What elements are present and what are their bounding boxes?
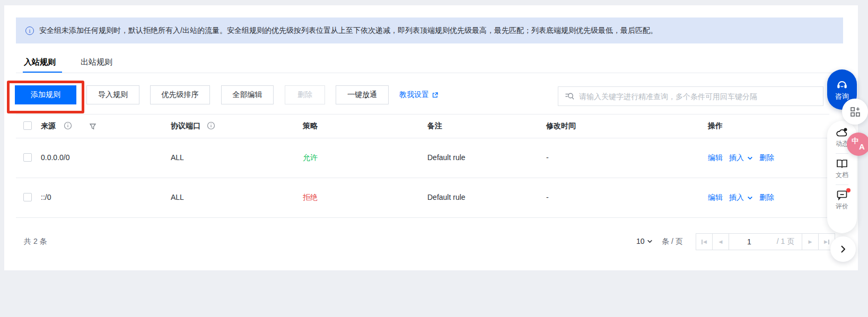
cloud-dynamic-icon (836, 127, 848, 138)
feedback-label: 评价 (836, 202, 848, 211)
pagination-prev-button[interactable]: ◀ (712, 233, 729, 250)
header-bottom-border (16, 138, 829, 138)
chevron-right-icon (839, 245, 847, 253)
translate-zh-glyph: 中 (852, 136, 858, 146)
cell-remark: Default rule (427, 138, 466, 178)
external-link-icon (432, 92, 439, 99)
teach-me-setup-label: 教我设置 (399, 90, 429, 100)
row-checkbox[interactable] (23, 193, 32, 201)
page-size-unit-label: 条 / 页 (662, 237, 683, 246)
cell-source: ::/0 (41, 178, 51, 217)
prev-page-icon: ◀ (719, 239, 723, 244)
collapse-toolbar-button[interactable] (830, 236, 856, 262)
cell-modified-time: - (546, 178, 549, 217)
source-info-icon[interactable] (64, 116, 72, 139)
tab-outbound-rules[interactable]: 出站规则 (81, 57, 112, 67)
insert-dropdown-chevron-icon[interactable] (747, 178, 753, 217)
row-delete-link[interactable]: 删除 (759, 178, 774, 217)
priority-sort-button[interactable]: 优先级排序 (150, 85, 210, 104)
column-header-protocol-port: 协议端口 (171, 114, 200, 138)
tabs-divider (16, 73, 843, 73)
skip-bar (702, 240, 703, 244)
page-size-value: 10 (636, 237, 645, 245)
filter-search-icon (565, 92, 574, 101)
total-count-label: 共 2 条 (24, 237, 47, 246)
cell-modified-time: - (546, 138, 549, 178)
translate-button[interactable]: 中 A (847, 133, 868, 156)
table-top-border (16, 114, 829, 115)
docs-book-icon (836, 158, 848, 169)
column-header-policy: 策略 (303, 114, 318, 138)
docs-button[interactable]: 文档 (836, 158, 848, 180)
row-insert-link[interactable]: 插入 (729, 178, 744, 217)
info-icon: i (25, 27, 34, 35)
column-header-actions: 操作 (708, 114, 723, 138)
row-delete-link[interactable]: 删除 (759, 138, 774, 178)
apps-grid-plus-icon (850, 107, 861, 117)
delete-button[interactable]: 删除 (285, 85, 325, 104)
security-group-rules-panel: i 安全组未添加任何规则时，默认拒绝所有入/出站的流量。安全组规则的优先级按列表… (4, 5, 858, 270)
search-box[interactable] (558, 86, 823, 106)
teach-me-setup-link[interactable]: 教我设置 (399, 85, 439, 104)
row-edit-link[interactable]: 编辑 (708, 178, 723, 217)
protocol-info-icon[interactable] (207, 116, 215, 139)
cell-source: 0.0.0.0/0 (41, 138, 70, 178)
column-header-source: 来源 (41, 114, 56, 138)
docs-label: 文档 (836, 171, 848, 180)
cell-protocol-port: ALL (171, 138, 184, 178)
row-divider (16, 178, 829, 178)
select-all-checkbox[interactable] (23, 121, 32, 130)
tab-inbound-rules[interactable]: 入站规则 (24, 57, 56, 67)
translate-a-glyph: A (859, 142, 865, 151)
pagination-next-button[interactable]: ▶ (802, 233, 819, 250)
import-rule-button[interactable]: 导入规则 (86, 85, 139, 104)
next-page-icon: ▶ (809, 239, 812, 244)
insert-dropdown-chevron-icon[interactable] (747, 138, 753, 178)
console-page: { "banner": { "text": "安全组未添加任何规则时，默认拒绝所… (0, 0, 868, 317)
headset-icon (836, 78, 848, 90)
skip-bar (828, 240, 829, 244)
search-input[interactable] (579, 92, 817, 101)
row-insert-link[interactable]: 插入 (729, 138, 744, 178)
consult-label: 咨询 (835, 92, 849, 101)
open-all-button[interactable]: 一键放通 (336, 85, 389, 104)
current-page-input[interactable]: 1 (729, 233, 770, 250)
pagination-first-button[interactable]: ◀ (696, 233, 713, 250)
apps-shortcut-button[interactable] (842, 99, 868, 125)
notification-dot (846, 188, 851, 192)
last-page-icon: ▶ (824, 239, 828, 244)
row-checkbox[interactable] (23, 153, 32, 162)
cell-remark: Default rule (427, 178, 466, 217)
column-header-remark: 备注 (427, 114, 442, 138)
source-filter-icon[interactable] (89, 116, 97, 140)
feedback-button[interactable]: 评价 (836, 190, 848, 211)
column-header-modified-time: 修改时间 (546, 114, 576, 138)
cell-policy: 拒绝 (303, 178, 318, 217)
chevron-down-icon (647, 239, 653, 244)
page-size-select[interactable]: 10 (636, 237, 653, 245)
edit-all-button[interactable]: 全部编辑 (221, 85, 274, 104)
cell-protocol-port: ALL (171, 178, 184, 217)
divider (836, 153, 848, 154)
info-banner-text: 安全组未添加任何规则时，默认拒绝所有入/出站的流量。安全组规则的优先级按列表位置… (39, 26, 657, 36)
page-count-label: / 1 页 (769, 233, 802, 250)
cell-policy: 允许 (303, 138, 318, 178)
info-banner: i 安全组未添加任何规则时，默认拒绝所有入/出站的流量。安全组规则的优先级按列表… (16, 17, 843, 43)
row-edit-link[interactable]: 编辑 (708, 138, 723, 178)
add-rule-button[interactable]: 添加规则 (15, 85, 76, 104)
divider (836, 184, 848, 185)
first-page-icon: ◀ (703, 239, 707, 244)
table-bottom-border (16, 217, 829, 218)
